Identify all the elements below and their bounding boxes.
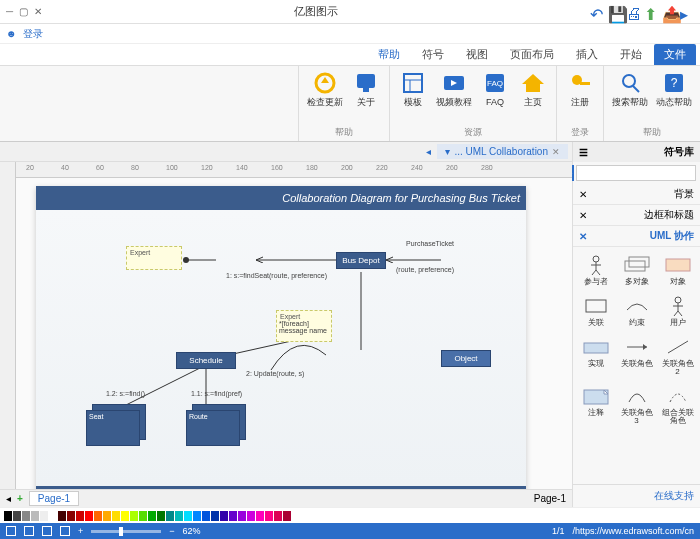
color-swatch[interactable] bbox=[103, 511, 111, 521]
diagram-page[interactable]: Collaboration Diagram for Purchasing Bus… bbox=[36, 186, 526, 489]
rb-check-update[interactable]: 检查更新 bbox=[307, 70, 343, 108]
shape-assoc-role3[interactable]: 关联角色 3 bbox=[618, 382, 655, 427]
online-support-link[interactable]: 在线支持 bbox=[573, 484, 700, 507]
color-swatch[interactable] bbox=[22, 511, 30, 521]
color-swatch[interactable] bbox=[274, 511, 282, 521]
color-swatch[interactable] bbox=[49, 511, 57, 521]
rb-video[interactable]: 视频教程 bbox=[436, 70, 472, 108]
color-swatch[interactable] bbox=[94, 511, 102, 521]
color-swatch[interactable] bbox=[112, 511, 120, 521]
lib-section-uml[interactable]: UML 协作✕ bbox=[573, 226, 700, 247]
page-tab-1[interactable]: Page-1 bbox=[29, 491, 79, 506]
qa-print-icon[interactable]: 🖨 bbox=[626, 5, 640, 19]
color-swatch[interactable] bbox=[121, 511, 129, 521]
rb-search-help[interactable]: 搜索帮助 bbox=[612, 70, 648, 108]
lib-section-bg[interactable]: 背景✕ bbox=[573, 184, 700, 205]
qa-more-icon[interactable]: ▸ bbox=[680, 5, 694, 19]
shape-object[interactable]: 对象 bbox=[659, 251, 696, 288]
rb-about[interactable]: 关于 bbox=[351, 70, 381, 108]
canvas[interactable]: Collaboration Diagram for Purchasing Bus… bbox=[16, 178, 572, 489]
shape-comp-assoc[interactable]: 组合关联角色 bbox=[659, 382, 696, 427]
rb-faq[interactable]: FAQ FAQ bbox=[480, 70, 510, 108]
qa-export-icon[interactable]: 📤 bbox=[662, 5, 676, 19]
shape-constraint[interactable]: 约束 bbox=[618, 292, 655, 329]
ribbon-group-resources: 主页 FAQ FAQ 视频教程 模板 资源 bbox=[389, 66, 556, 141]
color-swatch[interactable] bbox=[130, 511, 138, 521]
color-swatch[interactable] bbox=[247, 511, 255, 521]
color-swatch[interactable] bbox=[220, 511, 228, 521]
zoom-slider[interactable] bbox=[91, 530, 161, 533]
tab-insert[interactable]: 插入 bbox=[566, 44, 608, 65]
view-mode-1-icon[interactable] bbox=[60, 526, 70, 536]
color-swatch[interactable] bbox=[175, 511, 183, 521]
shape-actor[interactable]: 参与者 bbox=[577, 251, 614, 288]
color-swatch[interactable] bbox=[202, 511, 210, 521]
color-swatch[interactable] bbox=[40, 511, 48, 521]
color-swatch[interactable] bbox=[31, 511, 39, 521]
shape-assoc-role[interactable]: 关联角色 bbox=[618, 333, 655, 378]
color-swatch[interactable] bbox=[67, 511, 75, 521]
rb-home[interactable]: 主页 bbox=[518, 70, 548, 108]
color-swatch[interactable] bbox=[157, 511, 165, 521]
tab-file[interactable]: 文件 bbox=[654, 44, 696, 65]
win-close-icon[interactable]: ✕ bbox=[34, 6, 42, 17]
view-mode-3-icon[interactable] bbox=[24, 526, 34, 536]
qa-share-icon[interactable]: ⬆ bbox=[644, 5, 658, 19]
color-swatch[interactable] bbox=[4, 511, 12, 521]
color-swatch[interactable] bbox=[211, 511, 219, 521]
shape-multiobject[interactable]: 多对象 bbox=[618, 251, 655, 288]
tab-layout[interactable]: 页面布局 bbox=[500, 44, 564, 65]
color-swatch[interactable] bbox=[256, 511, 264, 521]
tab-start[interactable]: 开始 bbox=[610, 44, 652, 65]
color-swatch[interactable] bbox=[193, 511, 201, 521]
color-swatch[interactable] bbox=[58, 511, 66, 521]
shape-note[interactable]: 注释 bbox=[577, 382, 614, 427]
color-swatch[interactable] bbox=[148, 511, 156, 521]
color-swatch[interactable] bbox=[166, 511, 174, 521]
node-bus-depot[interactable]: Bus Depot bbox=[336, 252, 386, 269]
tab-help[interactable]: 帮助 bbox=[368, 44, 410, 65]
qa-save-icon[interactable]: 💾 bbox=[608, 5, 622, 19]
color-swatch[interactable] bbox=[238, 511, 246, 521]
qa-undo-icon[interactable]: ↶ bbox=[590, 5, 604, 19]
shape-user[interactable]: 用户 bbox=[659, 292, 696, 329]
zoom-in-icon[interactable]: + bbox=[78, 526, 83, 536]
color-swatch[interactable] bbox=[139, 511, 147, 521]
qb-face-icon[interactable]: ☻ bbox=[6, 28, 17, 39]
tab-scroll-icon[interactable]: ◂ bbox=[426, 146, 431, 157]
doc-tab[interactable]: ✕ UML Collaboration ... ▾ bbox=[437, 144, 568, 159]
tab-view[interactable]: 视图 bbox=[456, 44, 498, 65]
win-max-icon[interactable]: ▢ bbox=[19, 6, 28, 17]
view-mode-4-icon[interactable] bbox=[6, 526, 16, 536]
color-swatch[interactable] bbox=[13, 511, 21, 521]
rb-dynamic-help[interactable]: ? 动态帮助 bbox=[656, 70, 692, 108]
close-tab-icon[interactable]: ✕ bbox=[552, 147, 560, 157]
qb-login-label[interactable]: 登录 bbox=[23, 27, 43, 41]
shape-assoc-role2[interactable]: 关联角色 2 bbox=[659, 333, 696, 378]
shape-search-input[interactable] bbox=[576, 165, 696, 181]
note-expert1[interactable]: Expert bbox=[126, 246, 182, 270]
tab-symbol[interactable]: 符号 bbox=[412, 44, 454, 65]
rb-template[interactable]: 模板 bbox=[398, 70, 428, 108]
color-swatch[interactable] bbox=[283, 511, 291, 521]
color-swatch[interactable] bbox=[76, 511, 84, 521]
node-schedule[interactable]: Schedule bbox=[176, 352, 236, 369]
shape-assoc[interactable]: 关联 bbox=[577, 292, 614, 329]
add-page-button[interactable]: + bbox=[17, 493, 23, 504]
color-swatch[interactable] bbox=[229, 511, 237, 521]
svg-line-25 bbox=[596, 270, 600, 275]
win-min-icon[interactable]: ─ bbox=[6, 6, 13, 17]
page-nav-icon[interactable]: ◂ bbox=[6, 493, 11, 504]
color-swatch[interactable] bbox=[184, 511, 192, 521]
view-mode-2-icon[interactable] bbox=[42, 526, 52, 536]
zoom-out-icon[interactable]: − bbox=[169, 526, 174, 536]
rb-register[interactable]: 注册 bbox=[565, 70, 595, 108]
node-object[interactable]: Object bbox=[441, 350, 491, 367]
doc-tab-drop-icon[interactable]: ▾ bbox=[445, 146, 450, 157]
panel-menu-icon[interactable]: ☰ bbox=[579, 147, 588, 158]
lib-section-border[interactable]: 边框和标题✕ bbox=[573, 205, 700, 226]
shape-realize[interactable]: 实现 bbox=[577, 333, 614, 378]
color-swatch[interactable] bbox=[85, 511, 93, 521]
color-swatch[interactable] bbox=[265, 511, 273, 521]
template-icon bbox=[400, 70, 426, 96]
